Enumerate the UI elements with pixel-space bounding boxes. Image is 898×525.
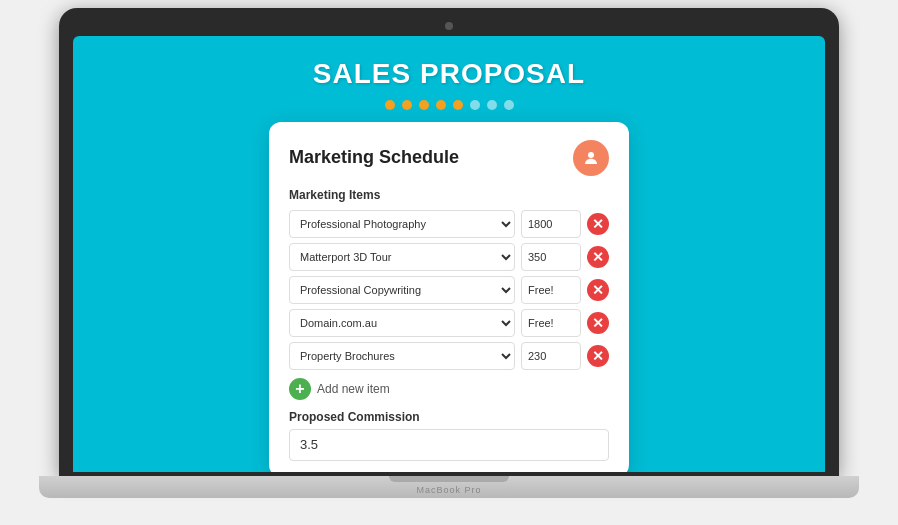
- page-title: SALES PROPOSAL: [313, 58, 585, 90]
- commission-label: Proposed Commission: [289, 410, 609, 424]
- dot-6: [470, 100, 480, 110]
- dot-2: [402, 100, 412, 110]
- marketing-card: Marketing Schedule Marketing Items Profe…: [269, 122, 629, 472]
- table-row: Professional Copywriting ✕: [289, 276, 609, 304]
- dot-3: [419, 100, 429, 110]
- progress-dots: [385, 100, 514, 110]
- marketing-items-label: Marketing Items: [289, 188, 609, 202]
- card-title: Marketing Schedule: [289, 147, 459, 168]
- dot-8: [504, 100, 514, 110]
- laptop-screen-border: SALES PROPOSAL Marketing Schedule: [59, 8, 839, 476]
- item-select-1[interactable]: Professional Photography: [289, 210, 515, 238]
- remove-button-3[interactable]: ✕: [587, 279, 609, 301]
- item-select-4[interactable]: Domain.com.au: [289, 309, 515, 337]
- item-select-3[interactable]: Professional Copywriting: [289, 276, 515, 304]
- remove-button-2[interactable]: ✕: [587, 246, 609, 268]
- table-row: Property Brochures ✕: [289, 342, 609, 370]
- dot-4: [436, 100, 446, 110]
- add-item-row[interactable]: + Add new item: [289, 378, 609, 400]
- macbook-label: MacBook Pro: [416, 485, 481, 495]
- remove-button-4[interactable]: ✕: [587, 312, 609, 334]
- laptop-camera: [445, 22, 453, 30]
- item-value-4[interactable]: [521, 309, 581, 337]
- laptop-screen: SALES PROPOSAL Marketing Schedule: [73, 36, 825, 472]
- item-value-2[interactable]: [521, 243, 581, 271]
- marketing-items-list: Professional Photography ✕ Matterport 3D…: [289, 210, 609, 370]
- dot-7: [487, 100, 497, 110]
- add-item-label: Add new item: [317, 382, 390, 396]
- dot-5: [453, 100, 463, 110]
- table-row: Domain.com.au ✕: [289, 309, 609, 337]
- item-value-1[interactable]: [521, 210, 581, 238]
- remove-button-5[interactable]: ✕: [587, 345, 609, 367]
- laptop-container: SALES PROPOSAL Marketing Schedule: [39, 8, 859, 518]
- avatar-icon: [573, 140, 609, 176]
- commission-input[interactable]: [289, 429, 609, 461]
- laptop-base: MacBook Pro: [39, 476, 859, 498]
- item-value-3[interactable]: [521, 276, 581, 304]
- card-header: Marketing Schedule: [289, 140, 609, 176]
- dot-1: [385, 100, 395, 110]
- item-select-5[interactable]: Property Brochures: [289, 342, 515, 370]
- svg-point-0: [588, 152, 594, 158]
- remove-button-1[interactable]: ✕: [587, 213, 609, 235]
- item-value-5[interactable]: [521, 342, 581, 370]
- table-row: Professional Photography ✕: [289, 210, 609, 238]
- add-icon: +: [289, 378, 311, 400]
- item-select-2[interactable]: Matterport 3D Tour: [289, 243, 515, 271]
- table-row: Matterport 3D Tour ✕: [289, 243, 609, 271]
